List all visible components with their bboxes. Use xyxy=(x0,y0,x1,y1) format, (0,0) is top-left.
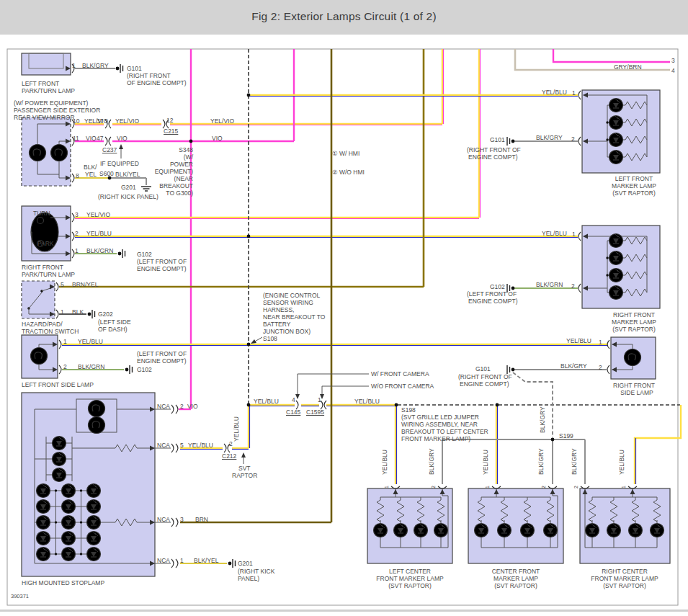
wiring-diagram-page: Fig 2: Exterior Lamps Circuit (1 of 2) xyxy=(0,0,688,616)
ground-g102-parkturn xyxy=(118,249,125,258)
ground-g201-earth xyxy=(141,187,151,191)
ground-g102-sidelamp xyxy=(125,365,133,374)
ground-g102-marker xyxy=(507,284,514,293)
ground-g201-stoplamp xyxy=(228,559,236,568)
circuit-diagram xyxy=(0,0,688,616)
ground-g101-top xyxy=(116,64,123,73)
ground-g101-marker xyxy=(507,137,514,146)
window-bottom-edge xyxy=(0,610,688,612)
ground-g202 xyxy=(88,310,95,318)
